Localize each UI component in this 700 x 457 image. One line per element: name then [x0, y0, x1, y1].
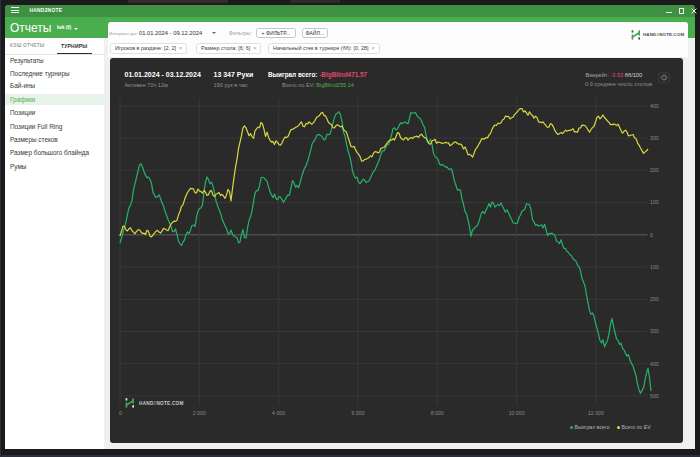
- svg-text:200: 200: [650, 296, 659, 302]
- svg-text:200: 200: [650, 167, 659, 173]
- svg-text:100: 100: [650, 199, 659, 205]
- svg-text:400: 400: [650, 103, 659, 109]
- svg-text:300: 300: [650, 135, 659, 141]
- svg-text:500: 500: [650, 393, 659, 399]
- svg-text:6 000: 6 000: [351, 410, 364, 416]
- svg-text:2 000: 2 000: [193, 410, 206, 416]
- svg-text:8 000: 8 000: [431, 410, 444, 416]
- svg-text:100: 100: [650, 264, 659, 270]
- svg-text:400: 400: [650, 361, 659, 367]
- svg-text:10 000: 10 000: [509, 410, 525, 416]
- svg-text:300: 300: [650, 328, 659, 334]
- svg-text:4 000: 4 000: [272, 410, 285, 416]
- svg-text:0: 0: [119, 410, 122, 416]
- svg-text:12 000: 12 000: [588, 410, 604, 416]
- svg-text:0: 0: [650, 232, 653, 238]
